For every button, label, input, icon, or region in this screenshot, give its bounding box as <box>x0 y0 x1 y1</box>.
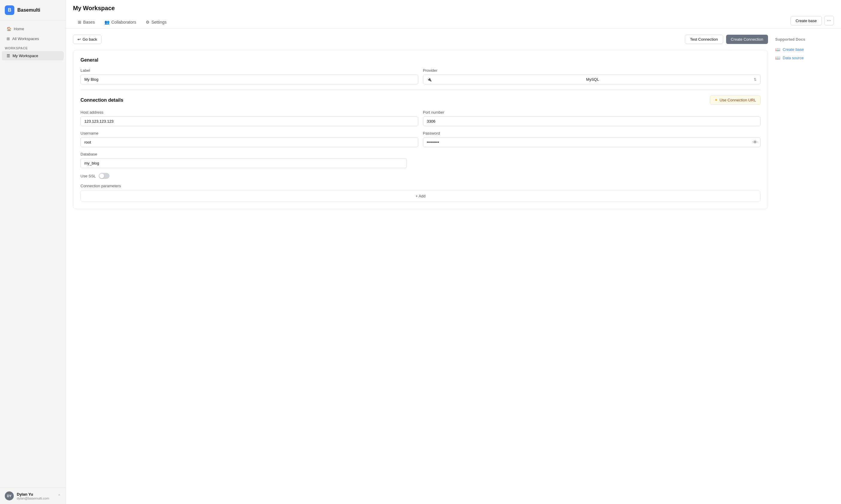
general-section-title: General <box>80 57 761 63</box>
sidebar-workspace-section: Workspace <box>0 44 66 51</box>
use-connection-url-label: Use Connection URL <box>719 98 756 102</box>
sidebar-all-workspaces-label: All Workspaces <box>12 36 39 41</box>
username-group: Username <box>80 131 418 147</box>
database-row: Database <box>80 152 761 168</box>
settings-tab-icon: ⚙ <box>146 20 149 24</box>
book-icon-2: 📖 <box>775 55 780 60</box>
sidebar-my-workspace-label: My Workspace <box>13 54 38 58</box>
docs-item-data-source[interactable]: 📖 Data source <box>774 54 834 62</box>
user-pass-row: Username Password 👁 <box>80 131 761 147</box>
password-wrapper: 👁 <box>423 137 761 147</box>
logo-icon: B <box>5 5 14 15</box>
use-ssl-label: Use SSL <box>80 174 96 178</box>
provider-select[interactable]: 🔌 MySQL ⇅ <box>423 74 761 84</box>
sidebar-item-home[interactable]: 🏠 Home <box>2 24 64 34</box>
collaborators-tab-icon: 👥 <box>104 20 109 24</box>
sidebar-home-label: Home <box>14 26 24 31</box>
connection-header: Connection details ✦ Use Connection URL <box>80 95 761 105</box>
connection-parameters-section: Connection parameters + Add <box>80 184 761 202</box>
eye-icon: 👁 <box>753 140 757 145</box>
username-input[interactable] <box>80 137 418 147</box>
tab-collaborators-label: Collaborators <box>111 20 136 24</box>
docs-item-create-base[interactable]: 📖 Create base <box>774 45 834 54</box>
database-group: Database <box>80 152 407 168</box>
password-group: Password 👁 <box>423 131 761 147</box>
sidebar: B Basemulti 🏠 Home ⊞ All Workspaces Work… <box>0 0 66 504</box>
password-input[interactable] <box>423 137 761 147</box>
user-email: dylan@basemulti.com <box>17 497 55 500</box>
more-options-button[interactable]: ··· <box>824 16 834 25</box>
provider-value: MySQL <box>586 77 599 82</box>
database-label: Database <box>80 152 407 157</box>
form-card: General Label Provider 🔌 MySQL ⇅ <box>73 50 768 209</box>
general-form-row: Label Provider 🔌 MySQL ⇅ <box>80 68 761 84</box>
provider-field-label: Provider <box>423 68 761 73</box>
app-name: Basemulti <box>17 7 40 13</box>
tab-bases[interactable]: ⊞ Bases <box>73 17 100 28</box>
use-connection-url-button[interactable]: ✦ Use Connection URL <box>710 95 761 105</box>
go-back-button[interactable]: ↩ Go back <box>73 35 102 44</box>
connection-details-title: Connection details <box>80 97 123 103</box>
back-arrow-icon: ↩ <box>77 37 81 41</box>
toggle-thumb <box>99 174 104 178</box>
sidebar-item-all-workspaces[interactable]: ⊞ All Workspaces <box>2 34 64 43</box>
bases-tab-icon: ⊞ <box>78 20 82 24</box>
docs-create-base-label: Create base <box>783 47 804 52</box>
host-port-row: Host address Port number <box>80 110 761 126</box>
form-toolbar: ↩ Go back Test Connection Create Connect… <box>73 35 768 44</box>
sidebar-item-my-workspace[interactable]: ☰ My Workspace <box>2 51 64 60</box>
form-panel: ↩ Go back Test Connection Create Connect… <box>73 35 768 498</box>
port-number-group: Port number <box>423 110 761 126</box>
add-parameter-button[interactable]: + Add <box>80 191 761 202</box>
database-input[interactable] <box>80 158 407 168</box>
workspaces-icon: ⊞ <box>6 36 10 41</box>
main-content: My Workspace ⊞ Bases 👥 Collaborators ⚙ S… <box>66 0 841 504</box>
tabs: ⊞ Bases 👥 Collaborators ⚙ Settings <box>73 17 172 28</box>
user-name: Dylan Yu <box>17 492 55 497</box>
port-number-label: Port number <box>423 110 761 114</box>
tab-settings[interactable]: ⚙ Settings <box>141 17 172 28</box>
docs-panel: Supported Docs 📖 Create base 📖 Data sour… <box>774 35 834 498</box>
chevron-updown-icon: ⇅ <box>754 77 757 82</box>
content-area: ↩ Go back Test Connection Create Connect… <box>66 29 841 504</box>
host-address-label: Host address <box>80 110 418 114</box>
tab-settings-label: Settings <box>151 20 167 24</box>
supported-docs-title: Supported Docs <box>774 37 834 41</box>
label-field-label: Label <box>80 68 418 73</box>
host-address-group: Host address <box>80 110 418 126</box>
app-logo: B Basemulti <box>0 0 66 21</box>
toolbar-right: Test Connection Create Connection <box>685 35 768 44</box>
label-input[interactable] <box>80 74 418 84</box>
test-connection-button[interactable]: Test Connection <box>685 35 723 44</box>
create-base-button[interactable]: Create base <box>790 16 822 25</box>
label-form-group: Label <box>80 68 418 84</box>
connection-parameters-title: Connection parameters <box>80 184 761 188</box>
mysql-icon: 🔌 <box>427 77 432 82</box>
layers-icon: ☰ <box>6 54 10 58</box>
chevron-down-icon: ⌃ <box>58 494 61 498</box>
port-number-input[interactable] <box>423 116 761 126</box>
star-icon: ✦ <box>714 98 718 102</box>
host-address-input[interactable] <box>80 116 418 126</box>
use-ssl-row: Use SSL <box>80 173 761 179</box>
toggle-password-button[interactable]: 👁 <box>753 140 757 145</box>
tab-bases-label: Bases <box>83 20 95 24</box>
username-label: Username <box>80 131 418 136</box>
go-back-label: Go back <box>83 37 97 41</box>
tabs-row: ⊞ Bases 👥 Collaborators ⚙ Settings Creat… <box>73 16 834 29</box>
page-title: My Workspace <box>73 5 834 12</box>
sidebar-nav: 🏠 Home ⊞ All Workspaces Workspace ☰ My W… <box>0 21 66 488</box>
create-connection-button[interactable]: Create Connection <box>726 35 768 44</box>
provider-form-group: Provider 🔌 MySQL ⇅ <box>423 68 761 84</box>
password-label: Password <box>423 131 761 136</box>
tab-actions: Create base ··· <box>790 16 834 29</box>
main-header: My Workspace ⊞ Bases 👥 Collaborators ⚙ S… <box>66 0 841 29</box>
user-info: Dylan Yu dylan@basemulti.com <box>17 492 55 500</box>
user-profile[interactable]: DY Dylan Yu dylan@basemulti.com ⌃ <box>0 488 66 504</box>
docs-data-source-label: Data source <box>783 56 804 60</box>
divider <box>80 90 761 90</box>
avatar: DY <box>5 491 14 500</box>
ssl-toggle[interactable] <box>99 173 109 179</box>
tab-collaborators[interactable]: 👥 Collaborators <box>100 17 141 28</box>
book-icon-1: 📖 <box>775 47 780 52</box>
